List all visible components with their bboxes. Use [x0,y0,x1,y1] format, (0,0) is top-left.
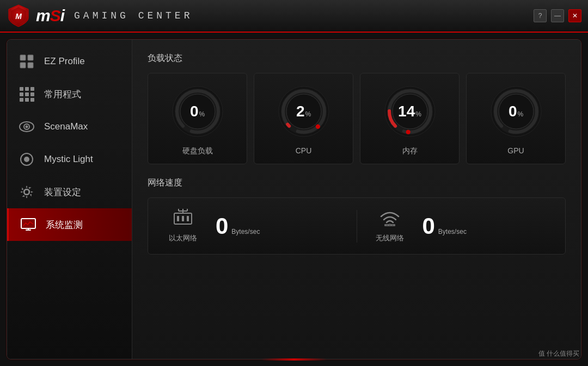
svg-rect-10 [30,92,34,96]
content-area: 负载状态 [132,40,581,359]
sidebar-label-scenamax: ScenaMax [44,121,88,132]
svg-rect-12 [25,98,29,102]
sidebar-item-scenamax[interactable]: ScenaMax [7,110,132,143]
svg-rect-44 [182,216,184,221]
ethernet-value-group: 0 Bytes/sec [216,213,260,239]
app-logo: M mSi GAMING CENTER [7,4,193,28]
main-container: EZ Profile 常用程式 [0,33,588,366]
eye-icon [18,118,35,135]
network-item-wireless: 无线网络 0 Bytes/sec [368,209,553,243]
gear-icon [18,183,35,201]
gauge-value-hdd: 0% [190,103,205,120]
gauge-wrapper-hdd: 0% [170,84,225,139]
gauge-card-cpu: 2% CPU [254,73,353,164]
svg-rect-7 [30,87,34,91]
window-controls: ? — ✕ [534,9,581,22]
network-item-ethernet: 以太网络 0 Bytes/sec [161,209,346,243]
wireless-label: 无线网络 [376,233,404,243]
inner-panel: EZ Profile 常用程式 [7,39,581,359]
network-row: 以太网络 0 Bytes/sec [161,209,552,243]
svg-rect-5 [20,87,23,91]
gauge-value-gpu: 0% [509,103,523,120]
load-section-title: 负载状态 [148,53,566,64]
gauge-value-cpu: 2% [296,103,311,120]
svg-point-53 [387,225,388,226]
network-panel: 以太网络 0 Bytes/sec [148,197,566,255]
watermark: 值 什么值得买 [538,349,579,358]
bottom-accent [261,358,327,361]
svg-rect-8 [20,92,23,96]
ethernet-label: 以太网络 [169,233,197,243]
circle-icon [18,151,35,168]
gauge-label-ram: 内存 [402,146,418,156]
svg-rect-3 [20,63,26,68]
gauge-wrapper-gpu: 0% [489,84,543,139]
svg-text:M: M [15,12,22,21]
network-section-title: 网络速度 [148,177,566,189]
wireless-value-group: 0 Bytes/sec [422,213,467,239]
load-section: 负载状态 [148,53,566,164]
gauge-wrapper-cpu: 2% [277,84,331,139]
wireless-icon-group: 无线网络 [368,209,412,243]
svg-point-18 [24,157,29,162]
svg-point-55 [392,225,393,226]
ethernet-unit: Bytes/sec [231,228,260,235]
gauge-card-ram: 14% 内存 [360,73,460,164]
gauge-value-ram: 14% [398,103,421,120]
brand-name: mSi [36,7,64,25]
sidebar-label-sys-monitor: 系统监测 [46,219,83,231]
sidebar-item-sys-monitor[interactable]: 系统监测 [7,208,132,241]
svg-rect-6 [25,87,29,91]
sidebar-label-ez-profile: EZ Profile [44,56,85,67]
svg-rect-1 [20,55,26,60]
title-bar: M mSi GAMING CENTER ? — ✕ [0,0,588,33]
gauge-label-gpu: GPU [507,146,524,155]
help-button[interactable]: ? [534,9,547,22]
svg-rect-11 [20,98,23,102]
svg-point-54 [389,225,390,226]
svg-rect-4 [28,63,33,68]
sidebar-label-common-apps: 常用程式 [44,88,81,101]
sidebar-item-device-settings[interactable]: 装置设定 [7,176,132,208]
wireless-icon [379,209,401,230]
monitor-icon [20,216,37,233]
ethernet-icon [172,209,194,230]
app-title: GAMING CENTER [74,10,193,21]
apps-icon [18,85,35,103]
svg-rect-43 [177,216,179,221]
close-button[interactable]: ✕ [568,9,581,22]
sidebar-label-device-settings: 装置设定 [44,186,81,198]
svg-point-16 [26,126,28,128]
svg-rect-2 [28,55,33,60]
grid-icon [18,53,35,70]
sidebar: EZ Profile 常用程式 [7,40,132,359]
minimize-button[interactable]: — [551,9,564,22]
wireless-unit: Bytes/sec [438,228,467,235]
sidebar-item-ez-profile[interactable]: EZ Profile [7,45,132,78]
gauge-label-cpu: CPU [296,146,312,155]
wireless-value: 0 [422,213,435,239]
gauge-card-gpu: 0% GPU [466,73,566,164]
ethernet-value: 0 [216,213,228,239]
gauge-row: 0% 硬盘负载 [148,73,566,164]
gauge-wrapper-ram: 14% [383,84,437,139]
svg-rect-9 [25,92,29,96]
sidebar-label-mystic-light: Mystic Light [44,154,93,165]
sidebar-item-common-apps[interactable]: 常用程式 [7,78,132,110]
msi-shield-icon: M [7,4,30,28]
sidebar-item-mystic-light[interactable]: Mystic Light [7,143,132,176]
svg-rect-13 [30,98,34,102]
ethernet-icon-group: 以太网络 [161,209,205,243]
network-divider [357,210,357,243]
network-section: 网络速度 [148,177,566,255]
gauge-label-hdd: 硬盘负载 [182,146,213,156]
svg-rect-45 [187,216,189,221]
gauge-card-hdd: 0% 硬盘负载 [148,73,247,164]
